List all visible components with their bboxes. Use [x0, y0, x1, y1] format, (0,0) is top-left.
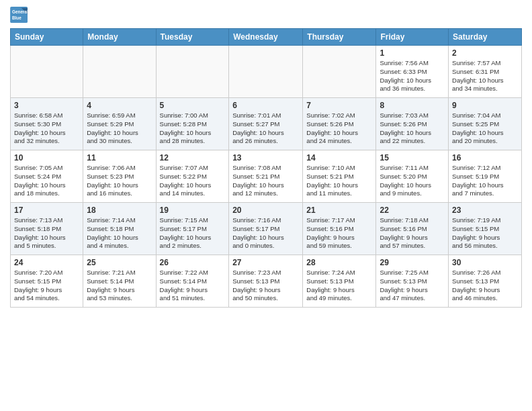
calendar-cell: 30Sunrise: 7:26 AMSunset: 5:13 PMDayligh… — [449, 255, 522, 308]
calendar-cell: 20Sunrise: 7:16 AMSunset: 5:17 PMDayligh… — [229, 203, 303, 255]
day-number: 3 — [14, 101, 79, 110]
header: General Blue — [10, 7, 522, 23]
calendar-cell: 26Sunrise: 7:22 AMSunset: 5:14 PMDayligh… — [156, 255, 229, 308]
day-number: 18 — [87, 205, 152, 215]
day-info: Sunrise: 7:15 AMSunset: 5:17 PMDaylight:… — [160, 216, 226, 250]
col-header-monday: Monday — [83, 29, 156, 46]
calendar-cell: 28Sunrise: 7:24 AMSunset: 5:13 PMDayligh… — [303, 255, 376, 308]
calendar-cell: 27Sunrise: 7:23 AMSunset: 5:13 PMDayligh… — [229, 255, 303, 308]
svg-text:Blue: Blue — [12, 15, 21, 20]
day-info: Sunrise: 7:12 AMSunset: 5:19 PMDaylight:… — [452, 164, 518, 198]
calendar-cell: 1Sunrise: 7:56 AMSunset: 6:33 PMDaylight… — [376, 46, 449, 98]
day-number: 15 — [380, 153, 445, 163]
calendar-cell: 5Sunrise: 7:00 AMSunset: 5:28 PMDaylight… — [156, 98, 229, 150]
day-number: 23 — [452, 205, 518, 215]
calendar-cell: 12Sunrise: 7:07 AMSunset: 5:22 PMDayligh… — [156, 150, 229, 203]
day-number: 13 — [232, 153, 299, 163]
day-info: Sunrise: 7:21 AMSunset: 5:14 PMDaylight:… — [87, 269, 152, 303]
calendar-cell: 18Sunrise: 7:14 AMSunset: 5:18 PMDayligh… — [83, 203, 156, 255]
day-number: 29 — [380, 258, 445, 267]
day-info: Sunrise: 7:13 AMSunset: 5:18 PMDaylight:… — [14, 216, 79, 250]
col-header-friday: Friday — [376, 29, 449, 46]
day-info: Sunrise: 7:17 AMSunset: 5:16 PMDaylight:… — [306, 216, 372, 250]
day-info: Sunrise: 7:18 AMSunset: 5:16 PMDaylight:… — [380, 216, 445, 250]
day-number: 2 — [452, 48, 518, 58]
day-info: Sunrise: 7:24 AMSunset: 5:13 PMDaylight:… — [306, 269, 372, 303]
day-info: Sunrise: 6:58 AMSunset: 5:30 PMDaylight:… — [14, 111, 79, 146]
day-number: 21 — [306, 205, 372, 215]
col-header-saturday: Saturday — [449, 29, 522, 46]
day-number: 27 — [232, 258, 299, 267]
day-info: Sunrise: 7:20 AMSunset: 5:15 PMDaylight:… — [14, 269, 79, 303]
calendar-cell: 6Sunrise: 7:01 AMSunset: 5:27 PMDaylight… — [229, 98, 303, 150]
calendar-cell: 9Sunrise: 7:04 AMSunset: 5:25 PMDaylight… — [449, 98, 522, 150]
calendar-cell: 13Sunrise: 7:08 AMSunset: 5:21 PMDayligh… — [229, 150, 303, 203]
day-info: Sunrise: 7:19 AMSunset: 5:15 PMDaylight:… — [452, 216, 518, 250]
day-info: Sunrise: 7:57 AMSunset: 6:31 PMDaylight:… — [452, 59, 518, 93]
day-info: Sunrise: 7:22 AMSunset: 5:14 PMDaylight:… — [160, 269, 226, 303]
day-number: 10 — [14, 153, 79, 163]
day-info: Sunrise: 7:10 AMSunset: 5:21 PMDaylight:… — [306, 164, 372, 198]
day-info: Sunrise: 7:23 AMSunset: 5:13 PMDaylight:… — [232, 269, 299, 303]
calendar-cell: 23Sunrise: 7:19 AMSunset: 5:15 PMDayligh… — [449, 203, 522, 255]
day-number: 14 — [306, 153, 372, 163]
day-info: Sunrise: 7:00 AMSunset: 5:28 PMDaylight:… — [160, 111, 226, 146]
calendar-cell: 25Sunrise: 7:21 AMSunset: 5:14 PMDayligh… — [83, 255, 156, 308]
day-info: Sunrise: 7:02 AMSunset: 5:26 PMDaylight:… — [306, 111, 372, 146]
day-info: Sunrise: 7:04 AMSunset: 5:25 PMDaylight:… — [452, 111, 518, 146]
day-number: 12 — [160, 153, 226, 163]
calendar-cell: 7Sunrise: 7:02 AMSunset: 5:26 PMDaylight… — [303, 98, 376, 150]
calendar-cell: 17Sunrise: 7:13 AMSunset: 5:18 PMDayligh… — [11, 203, 83, 255]
day-number: 17 — [14, 205, 79, 215]
day-info: Sunrise: 7:01 AMSunset: 5:27 PMDaylight:… — [232, 111, 299, 146]
day-number: 25 — [87, 258, 152, 267]
day-number: 9 — [452, 101, 518, 110]
calendar-row-5: 24Sunrise: 7:20 AMSunset: 5:15 PMDayligh… — [11, 255, 522, 308]
col-header-sunday: Sunday — [11, 29, 83, 46]
calendar-row-3: 10Sunrise: 7:05 AMSunset: 5:24 PMDayligh… — [11, 150, 522, 203]
page: General Blue SundayMondayTuesdayWednesda… — [0, 0, 532, 411]
day-info: Sunrise: 7:03 AMSunset: 5:26 PMDaylight:… — [380, 111, 445, 146]
day-info: Sunrise: 7:06 AMSunset: 5:23 PMDaylight:… — [87, 164, 152, 198]
day-number: 8 — [380, 101, 445, 110]
logo: General Blue — [10, 7, 29, 23]
day-info: Sunrise: 7:56 AMSunset: 6:33 PMDaylight:… — [380, 59, 445, 93]
calendar-row-2: 3Sunrise: 6:58 AMSunset: 5:30 PMDaylight… — [11, 98, 522, 150]
day-number: 24 — [14, 258, 79, 267]
day-number: 1 — [380, 48, 445, 58]
day-number: 5 — [160, 101, 226, 110]
day-number: 28 — [306, 258, 372, 267]
calendar-cell: 29Sunrise: 7:25 AMSunset: 5:13 PMDayligh… — [376, 255, 449, 308]
calendar-cell: 8Sunrise: 7:03 AMSunset: 5:26 PMDaylight… — [376, 98, 449, 150]
day-info: Sunrise: 6:59 AMSunset: 5:29 PMDaylight:… — [87, 111, 152, 146]
calendar-cell: 11Sunrise: 7:06 AMSunset: 5:23 PMDayligh… — [83, 150, 156, 203]
col-header-tuesday: Tuesday — [156, 29, 229, 46]
day-number: 26 — [160, 258, 226, 267]
calendar-cell: 10Sunrise: 7:05 AMSunset: 5:24 PMDayligh… — [11, 150, 83, 203]
calendar-cell: 16Sunrise: 7:12 AMSunset: 5:19 PMDayligh… — [449, 150, 522, 203]
day-number: 4 — [87, 101, 152, 110]
calendar-cell — [229, 46, 303, 98]
col-header-thursday: Thursday — [303, 29, 376, 46]
day-number: 22 — [380, 205, 445, 215]
calendar-cell: 4Sunrise: 6:59 AMSunset: 5:29 PMDaylight… — [83, 98, 156, 150]
day-info: Sunrise: 7:08 AMSunset: 5:21 PMDaylight:… — [232, 164, 299, 198]
day-info: Sunrise: 7:25 AMSunset: 5:13 PMDaylight:… — [380, 269, 445, 303]
day-number: 16 — [452, 153, 518, 163]
calendar-row-4: 17Sunrise: 7:13 AMSunset: 5:18 PMDayligh… — [11, 203, 522, 255]
calendar-cell: 21Sunrise: 7:17 AMSunset: 5:16 PMDayligh… — [303, 203, 376, 255]
calendar-cell: 19Sunrise: 7:15 AMSunset: 5:17 PMDayligh… — [156, 203, 229, 255]
day-info: Sunrise: 7:05 AMSunset: 5:24 PMDaylight:… — [14, 164, 79, 198]
calendar-cell: 24Sunrise: 7:20 AMSunset: 5:15 PMDayligh… — [11, 255, 83, 308]
calendar-cell: 14Sunrise: 7:10 AMSunset: 5:21 PMDayligh… — [303, 150, 376, 203]
day-number: 7 — [306, 101, 372, 110]
day-number: 20 — [232, 205, 299, 215]
day-info: Sunrise: 7:26 AMSunset: 5:13 PMDaylight:… — [452, 269, 518, 303]
day-info: Sunrise: 7:14 AMSunset: 5:18 PMDaylight:… — [87, 216, 152, 250]
calendar-cell — [303, 46, 376, 98]
day-info: Sunrise: 7:07 AMSunset: 5:22 PMDaylight:… — [160, 164, 226, 198]
logo-icon: General Blue — [10, 7, 29, 23]
calendar-cell — [83, 46, 156, 98]
calendar-header-row: SundayMondayTuesdayWednesdayThursdayFrid… — [11, 29, 522, 46]
day-number: 30 — [452, 258, 518, 267]
